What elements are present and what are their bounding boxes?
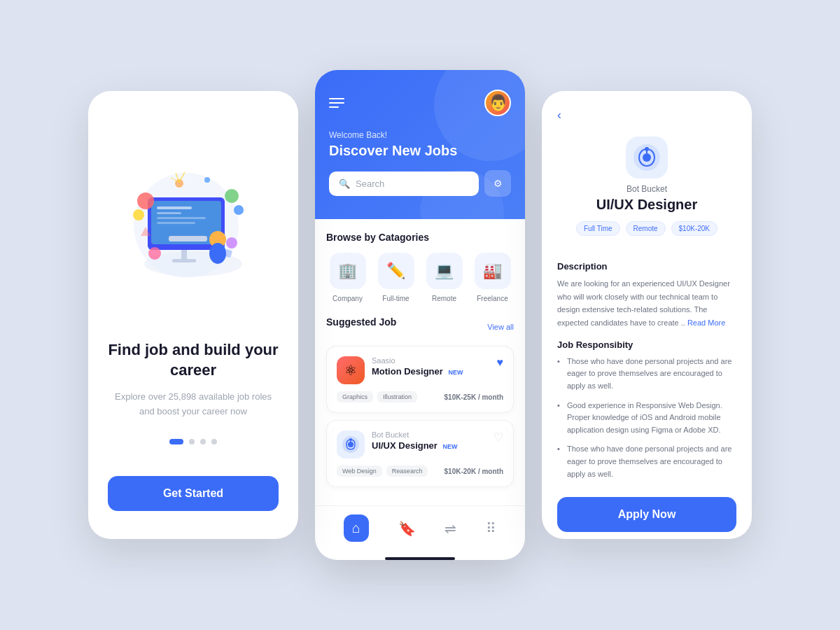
- new-badge-2: NEW: [443, 443, 458, 450]
- svg-point-31: [643, 153, 651, 162]
- svg-rect-6: [157, 217, 206, 219]
- screen-job-detail: ‹ Bot Bucket UI/UX Designer Full Time Re…: [542, 91, 752, 539]
- svg-rect-4: [157, 206, 192, 209]
- dot-1: [169, 439, 183, 444]
- nav-transfer[interactable]: ⇌: [444, 520, 456, 537]
- job-2-title: UI/UX Designer NEW: [372, 440, 486, 451]
- discover-title: Discover New Jobs: [329, 143, 511, 159]
- filter-button[interactable]: ⚙: [484, 170, 511, 197]
- search-row: 🔍 Search ⚙: [329, 170, 511, 197]
- nav-home[interactable]: ⌂: [344, 514, 369, 542]
- search-box[interactable]: 🔍 Search: [329, 172, 479, 196]
- job-title-lg: UI/UX Designer: [596, 197, 697, 213]
- header-section: 👨 Welcome Back! Discover New Jobs 🔍 Sear…: [315, 70, 525, 219]
- category-remote[interactable]: 💻 Remote: [423, 253, 465, 302]
- responsibility-section: Job Responsibity Those who have done per…: [557, 340, 736, 487]
- job-tags-row: Full Time Remote $10K-20K: [576, 221, 718, 236]
- company-name-lg: Bot Bucket: [626, 184, 667, 194]
- svg-rect-5: [157, 212, 181, 214]
- tag-fulltime: Full Time: [576, 221, 620, 236]
- home-indicator: [385, 557, 455, 560]
- description-title: Description: [557, 261, 736, 272]
- job-card-2[interactable]: Bot Bucket UI/UX Designer NEW ♡ Web Desi…: [326, 420, 514, 487]
- get-started-button[interactable]: Get Started: [108, 476, 279, 511]
- svg-point-18: [226, 237, 237, 248]
- tag-salary: $10K-20K: [671, 221, 718, 236]
- suggested-title: Suggested Job: [326, 316, 396, 328]
- like-button-2[interactable]: ♡: [493, 430, 503, 444]
- svg-point-11: [209, 243, 226, 264]
- botbucket-logo: [337, 430, 365, 458]
- categories-title: Browse by Catagories: [326, 232, 514, 243]
- description-text: We are looking for an experienced UI/UX …: [557, 277, 736, 330]
- svg-point-16: [234, 205, 244, 215]
- svg-rect-7: [157, 222, 195, 224]
- job-1-tags: Graphics Illustration: [337, 391, 417, 402]
- responsibility-title: Job Responsibity: [557, 340, 736, 350]
- svg-point-14: [133, 209, 144, 220]
- description-section: Description We are looking for an experi…: [557, 261, 736, 330]
- back-button[interactable]: ‹: [557, 108, 736, 122]
- responsibility-3: Those who have done personal projects an…: [557, 443, 736, 480]
- like-button-1[interactable]: ♥: [497, 356, 504, 369]
- svg-rect-12: [169, 236, 207, 241]
- bookmark-icon: 🔖: [398, 520, 416, 537]
- dot-3: [200, 439, 206, 444]
- body-section: Browse by Catagories 🏢 Company ✏️ Full-t…: [315, 219, 525, 505]
- job-2-tags: Web Design Reasearch: [337, 465, 428, 477]
- avatar[interactable]: 👨: [484, 90, 511, 116]
- nav-bookmark[interactable]: 🔖: [398, 520, 416, 537]
- job-card-1-top: ⚛ Saasio Motion Designer NEW ♥: [337, 356, 503, 384]
- bottom-navigation: ⌂ 🔖 ⇌ ⠿: [315, 505, 525, 553]
- menu-button[interactable]: [329, 98, 344, 108]
- onboarding-subtitle: Explore over 25,898 available job roles …: [108, 390, 279, 419]
- pagination-dots: [169, 439, 217, 444]
- suggested-header: Suggested Job View all: [326, 316, 514, 337]
- illustration: [108, 113, 279, 323]
- category-company[interactable]: 🏢 Company: [326, 253, 369, 302]
- job-card-1[interactable]: ⚛ Saasio Motion Designer NEW ♥ Graphics: [326, 346, 514, 413]
- svg-point-17: [148, 247, 161, 260]
- filter-icon: ⚙: [493, 178, 503, 189]
- tag-graphics: Graphics: [337, 391, 373, 402]
- job-1-company: Saasio: [372, 356, 490, 365]
- view-all-link[interactable]: View all: [487, 323, 514, 331]
- job-card-2-bottom: Web Design Reasearch $10K-20K / month: [337, 465, 503, 477]
- svg-point-27: [348, 442, 354, 447]
- job-card-2-top: Bot Bucket UI/UX Designer NEW ♡: [337, 430, 503, 458]
- remote-icon-box: 💻: [426, 253, 463, 289]
- category-fulltime[interactable]: ✏️ Full-time: [374, 253, 417, 302]
- transfer-icon: ⇌: [444, 520, 456, 537]
- job-2-info: Bot Bucket UI/UX Designer NEW: [372, 430, 486, 451]
- category-freelance[interactable]: 🏭 Freelance: [471, 253, 514, 302]
- job-1-salary: $10K-25K / month: [444, 393, 503, 401]
- svg-point-28: [349, 438, 352, 441]
- apply-now-button[interactable]: Apply Now: [557, 497, 736, 532]
- fulltime-icon-box: ✏️: [378, 253, 414, 289]
- responsibility-list: Those who have done personal projects an…: [557, 356, 736, 480]
- svg-point-13: [137, 192, 154, 209]
- tag-webdesign: Web Design: [337, 465, 382, 477]
- header-top-row: 👨: [329, 90, 511, 116]
- tag-research: Reasearch: [386, 465, 428, 477]
- job-card-1-bottom: Graphics Illustration $10K-25K / month: [337, 391, 503, 402]
- svg-point-15: [225, 189, 239, 203]
- tag-illustration: Illustration: [377, 391, 417, 402]
- screen-onboarding: Find job and build your career Explore o…: [88, 91, 298, 539]
- freelance-icon-box: 🏭: [475, 253, 511, 289]
- company-label: Company: [332, 295, 363, 302]
- search-placeholder: Search: [356, 178, 384, 189]
- dot-4: [211, 439, 217, 444]
- responsibility-1: Those who have done personal projects an…: [557, 356, 736, 393]
- read-more-link[interactable]: Read More: [687, 318, 725, 327]
- fulltime-label: Full-time: [382, 295, 409, 302]
- onboarding-title: Find job and build your career: [108, 340, 279, 380]
- job-2-salary: $10K-20K / month: [444, 468, 503, 475]
- job-1-info: Saasio Motion Designer NEW: [372, 356, 490, 377]
- nav-apps[interactable]: ⠿: [486, 520, 496, 537]
- welcome-text: Welcome Back!: [329, 130, 511, 140]
- dot-2: [189, 439, 195, 444]
- svg-rect-9: [172, 259, 196, 262]
- job-1-title: Motion Designer NEW: [372, 366, 490, 377]
- remote-label: Remote: [432, 295, 456, 302]
